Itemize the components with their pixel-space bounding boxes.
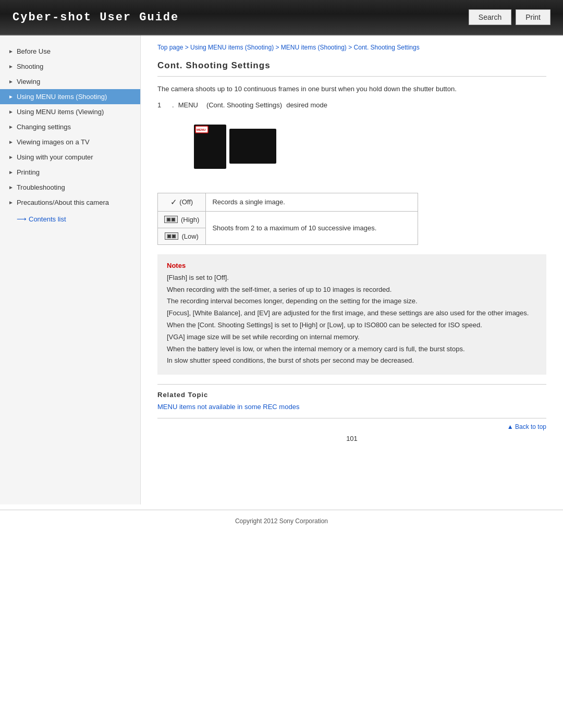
note-item: When recording with the self-timer, a se… bbox=[167, 285, 537, 295]
breadcrumb: Top page > Using MENU items (Shooting) >… bbox=[157, 44, 546, 51]
burst-high-icon: ▣▣ bbox=[164, 216, 178, 223]
sidebar-item-label: Printing bbox=[17, 168, 40, 176]
intro-paragraph: The camera shoots up to 10 continuous fr… bbox=[157, 84, 546, 95]
footer: Copyright 2012 Sony Corporation bbox=[0, 510, 563, 532]
table-cell-icon-low: ▣▣ (Low) bbox=[158, 228, 206, 244]
sidebar-item-using-menu-viewing[interactable]: ► Using MENU items (Viewing) bbox=[0, 104, 140, 119]
sidebar-item-label: Changing settings bbox=[17, 123, 71, 131]
sidebar-item-precautions[interactable]: ► Precautions/About this camera bbox=[0, 195, 140, 210]
sidebar-item-label: Using MENU items (Shooting) bbox=[17, 93, 107, 101]
chevron-icon: ► bbox=[8, 64, 14, 69]
layout: ► Before Use ► Shooting ► Viewing ► Usin… bbox=[0, 35, 563, 504]
cam-screen bbox=[229, 129, 276, 164]
camera-image: MENU bbox=[178, 119, 283, 178]
chevron-icon: ► bbox=[8, 200, 14, 205]
breadcrumb-sep1: > bbox=[185, 44, 190, 51]
sidebar-item-label: Using MENU items (Viewing) bbox=[17, 108, 104, 116]
camera-diagram-svg: MENU bbox=[178, 119, 283, 177]
checkmark-icon: ✓ bbox=[170, 198, 177, 207]
chevron-icon: ► bbox=[8, 124, 14, 130]
page-number: 101 bbox=[157, 430, 546, 447]
step-desc: (Cont. Shooting Settings) bbox=[206, 101, 282, 109]
table-cell-desc-off: Records a single image. bbox=[206, 193, 418, 211]
sidebar-item-label: Using with your computer bbox=[17, 153, 93, 161]
chevron-icon: ► bbox=[8, 139, 14, 145]
sidebar-item-viewing-tv[interactable]: ► Viewing images on a TV bbox=[0, 134, 140, 150]
table-cell-icon: ✓ (Off) bbox=[158, 193, 206, 211]
icon-label-low: (Low) bbox=[181, 232, 199, 240]
notes-section: Notes [Flash] is set to [Off]. When reco… bbox=[157, 254, 546, 375]
icon-label-high: (High) bbox=[181, 216, 199, 224]
step-number: 1 bbox=[157, 101, 168, 109]
arrow-right-icon: ⟶ bbox=[17, 215, 27, 223]
contents-list-link[interactable]: ⟶ Contents list bbox=[17, 215, 132, 223]
print-button[interactable]: Print bbox=[516, 9, 550, 25]
header: Cyber-shot User Guide Search Print bbox=[0, 0, 563, 35]
icon-cell-low: ▣▣ (Low) bbox=[164, 232, 199, 240]
chevron-icon: ► bbox=[8, 169, 14, 175]
note-item: [VGA] image size will be set while recor… bbox=[167, 332, 537, 343]
sidebar-item-troubleshooting[interactable]: ► Troubleshooting bbox=[0, 180, 140, 195]
step-dot: . bbox=[172, 101, 174, 109]
back-to-top-section: ▲ Back to top bbox=[157, 418, 546, 430]
contents-link-label: Contents list bbox=[29, 215, 66, 223]
note-item: The recording interval becomes longer, d… bbox=[167, 296, 537, 307]
sidebar-item-shooting[interactable]: ► Shooting bbox=[0, 59, 140, 74]
icon-cell-off: ✓ (Off) bbox=[164, 198, 199, 207]
breadcrumb-menu-items-shooting[interactable]: MENU items (Shooting) bbox=[281, 44, 347, 51]
chevron-icon: ► bbox=[8, 48, 14, 54]
breadcrumb-using-menu-shooting[interactable]: Using MENU items (Shooting) bbox=[190, 44, 274, 51]
breadcrumb-top[interactable]: Top page bbox=[157, 44, 183, 51]
sidebar-item-label: Precautions/About this camera bbox=[17, 199, 109, 206]
note-item: [Focus], [White Balance], and [EV] are a… bbox=[167, 308, 537, 319]
settings-table: ✓ (Off) Records a single image. ▣▣ (High… bbox=[157, 193, 418, 245]
table-cell-icon-high: ▣▣ (High) bbox=[158, 211, 206, 228]
sidebar-item-changing-settings[interactable]: ► Changing settings bbox=[0, 119, 140, 134]
step-menu-label: MENU bbox=[178, 101, 198, 109]
table-row: ✓ (Off) Records a single image. bbox=[158, 193, 418, 211]
chevron-icon: ► bbox=[8, 154, 14, 160]
note-item: [Flash] is set to [Off]. bbox=[167, 273, 537, 283]
table-cell-desc-burst: Shoots from 2 to a maximum of 10 success… bbox=[206, 211, 418, 244]
menu-button-text: MENU bbox=[197, 128, 206, 131]
sidebar: ► Before Use ► Shooting ► Viewing ► Usin… bbox=[0, 35, 141, 504]
notes-list: [Flash] is set to [Off]. When recording … bbox=[167, 273, 537, 366]
sidebar-item-before-use[interactable]: ► Before Use bbox=[0, 44, 140, 59]
table-row: ▣▣ (High) Shoots from 2 to a maximum of … bbox=[158, 211, 418, 228]
site-title: Cyber-shot User Guide bbox=[13, 11, 179, 24]
chevron-icon: ► bbox=[8, 79, 14, 84]
copyright-text: Copyright 2012 Sony Corporation bbox=[235, 517, 328, 525]
sidebar-item-label: Before Use bbox=[17, 47, 51, 55]
contents-list-section: ⟶ Contents list bbox=[0, 210, 140, 225]
step1-line: 1. MENU (Cont. Shooting Settings) desire… bbox=[157, 101, 546, 109]
page-title: Cont. Shooting Settings bbox=[157, 60, 546, 77]
search-button[interactable]: Search bbox=[469, 9, 511, 25]
breadcrumb-sep2: > bbox=[275, 44, 280, 51]
note-item: When the [Cont. Shooting Settings] is se… bbox=[167, 320, 537, 331]
breadcrumb-sep3: > bbox=[348, 44, 353, 51]
sidebar-item-using-menu-shooting[interactable]: ► Using MENU items (Shooting) bbox=[0, 89, 140, 104]
chevron-icon: ► bbox=[8, 94, 14, 100]
notes-title: Notes bbox=[167, 262, 537, 269]
sidebar-item-viewing[interactable]: ► Viewing bbox=[0, 74, 140, 89]
related-topic-link[interactable]: MENU items not available in some REC mod… bbox=[157, 403, 299, 411]
step-extra: desired mode bbox=[286, 101, 327, 109]
sidebar-item-label: Viewing bbox=[17, 78, 40, 85]
header-buttons: Search Print bbox=[469, 9, 550, 25]
icon-label-off: (Off) bbox=[179, 198, 193, 206]
related-topic-title: Related Topic bbox=[157, 391, 546, 399]
note-item: When the battery level is low, or when t… bbox=[167, 344, 537, 355]
sidebar-item-using-computer[interactable]: ► Using with your computer bbox=[0, 150, 140, 165]
back-to-top-link[interactable]: ▲ Back to top bbox=[507, 423, 546, 430]
main-content: Top page > Using MENU items (Shooting) >… bbox=[141, 35, 563, 504]
sidebar-item-label: Troubleshooting bbox=[17, 183, 65, 191]
sidebar-item-label: Viewing images on a TV bbox=[17, 138, 90, 146]
note-item: In slow shutter speed conditions, the bu… bbox=[167, 355, 537, 366]
related-topic-section: Related Topic MENU items not available i… bbox=[157, 384, 546, 411]
icon-cell-high: ▣▣ (High) bbox=[164, 216, 199, 224]
burst-low-icon: ▣▣ bbox=[165, 232, 178, 240]
sidebar-item-printing[interactable]: ► Printing bbox=[0, 165, 140, 180]
sidebar-item-label: Shooting bbox=[17, 63, 43, 70]
breadcrumb-cont-shooting[interactable]: Cont. Shooting Settings bbox=[354, 44, 420, 51]
chevron-icon: ► bbox=[8, 184, 14, 190]
